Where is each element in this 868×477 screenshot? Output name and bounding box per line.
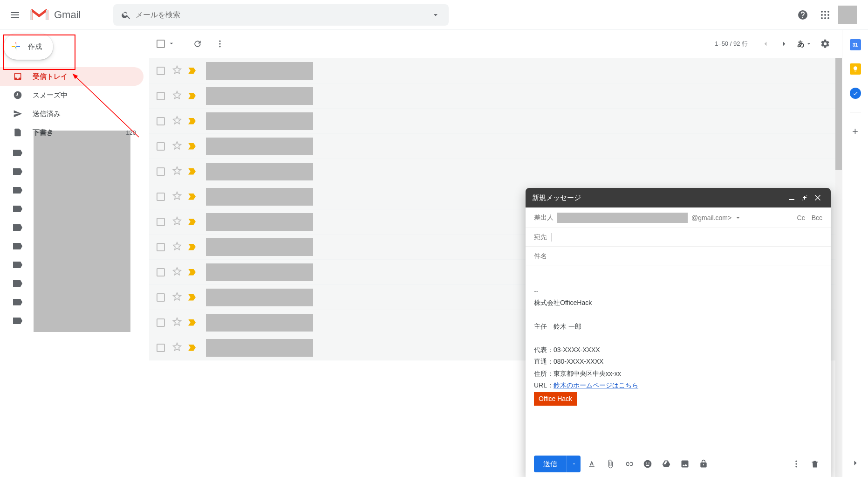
star-icon[interactable] [172, 216, 182, 227]
drive-icon[interactable] [659, 456, 674, 471]
subject-input[interactable] [534, 252, 822, 260]
svg-rect-15 [789, 199, 794, 200]
more-options-icon[interactable] [789, 456, 804, 471]
star-icon[interactable] [172, 141, 182, 152]
close-icon[interactable] [811, 194, 824, 202]
emoji-icon[interactable] [640, 456, 655, 471]
row-checkbox[interactable] [157, 167, 165, 176]
importance-icon[interactable] [188, 118, 196, 124]
discard-icon[interactable] [807, 456, 822, 471]
row-checkbox[interactable] [157, 318, 165, 327]
sidebar-item-sent[interactable]: 送信済み [0, 104, 144, 123]
row-checkbox[interactable] [157, 268, 165, 277]
importance-icon[interactable] [188, 93, 196, 99]
format-text-icon[interactable] [584, 456, 599, 471]
scrollbar-thumb[interactable] [835, 58, 842, 170]
mail-row[interactable] [149, 83, 842, 109]
row-checkbox[interactable] [157, 243, 165, 251]
mail-row[interactable] [149, 134, 842, 159]
row-checkbox[interactable] [157, 344, 165, 352]
compose-body[interactable]: -- 株式会社OfficeHack 主任 鈴木 一郎 代表：03-XXXX-XX… [526, 265, 831, 451]
star-icon[interactable] [172, 342, 182, 353]
send-button[interactable]: 送信 [534, 456, 567, 472]
collapse-panel-icon[interactable] [848, 456, 863, 470]
star-icon[interactable] [172, 65, 182, 76]
help-icon[interactable] [793, 6, 812, 24]
addons-plus-icon[interactable]: + [852, 125, 858, 138]
select-all-checkbox[interactable] [157, 40, 165, 48]
fullscreen-icon[interactable] [798, 194, 811, 202]
svg-point-16 [795, 461, 797, 462]
page-prev-button[interactable] [756, 35, 775, 53]
keep-icon[interactable] [850, 63, 861, 75]
importance-icon[interactable] [188, 294, 196, 301]
star-icon[interactable] [172, 242, 182, 252]
row-checkbox[interactable] [157, 142, 165, 151]
input-language-button[interactable]: あ [797, 39, 812, 49]
send-options-button[interactable] [567, 456, 581, 472]
search-options-icon[interactable] [426, 10, 445, 20]
mail-row[interactable] [149, 159, 842, 184]
compose-from-row[interactable]: 差出人 @gmail.com> Cc Bcc [526, 207, 831, 228]
row-checkbox[interactable] [157, 218, 165, 226]
page-next-button[interactable] [775, 35, 793, 53]
cc-button[interactable]: Cc [797, 214, 805, 221]
compose-to-row[interactable]: 宛先 [526, 228, 831, 247]
search-bar[interactable] [113, 4, 449, 26]
inbox-icon [13, 72, 22, 81]
calendar-icon[interactable]: 31 [850, 39, 861, 50]
star-icon[interactable] [172, 166, 182, 177]
settings-button[interactable] [816, 35, 834, 53]
importance-icon[interactable] [188, 168, 196, 175]
signature-url-link[interactable]: 鈴木のホームページはこちら [554, 381, 638, 389]
search-input[interactable] [136, 11, 426, 19]
apps-icon[interactable] [816, 6, 834, 24]
row-checkbox[interactable] [157, 193, 165, 201]
text-cursor [552, 233, 552, 242]
star-icon[interactable] [172, 317, 182, 328]
importance-icon[interactable] [188, 143, 196, 150]
avatar[interactable] [838, 6, 857, 24]
compose-button[interactable]: 作成 [4, 34, 53, 60]
confidential-icon[interactable] [696, 456, 711, 471]
menu-icon[interactable] [4, 4, 26, 26]
more-button[interactable] [209, 39, 231, 48]
importance-icon[interactable] [188, 219, 196, 225]
row-checkbox[interactable] [157, 67, 165, 75]
importance-icon[interactable] [188, 244, 196, 250]
svg-point-7 [827, 14, 829, 16]
importance-icon[interactable] [188, 345, 196, 351]
star-icon[interactable] [172, 267, 182, 277]
link-icon[interactable] [622, 456, 636, 471]
sidebar-item-inbox[interactable]: 受信トレイ [0, 67, 144, 86]
compose-header[interactable]: 新規メッセージ [526, 188, 831, 207]
bcc-button[interactable]: Bcc [812, 214, 822, 221]
mail-row[interactable] [149, 109, 842, 134]
star-icon[interactable] [172, 292, 182, 303]
select-all-dropdown-icon[interactable] [168, 40, 175, 48]
photo-icon[interactable] [677, 456, 692, 471]
mail-row[interactable] [149, 58, 842, 83]
to-input[interactable] [557, 234, 822, 241]
from-dropdown-icon[interactable] [734, 214, 742, 221]
attach-icon[interactable] [603, 456, 618, 471]
compose-subject-row[interactable] [526, 247, 831, 265]
gmail-logo[interactable]: Gmail [30, 8, 81, 22]
row-checkbox[interactable] [157, 117, 165, 125]
minimize-icon[interactable] [785, 194, 798, 202]
sidebar-item-snoozed[interactable]: スヌーズ中 [0, 86, 144, 104]
refresh-button[interactable] [186, 39, 209, 48]
from-label: 差出人 [534, 214, 554, 222]
importance-icon[interactable] [188, 194, 196, 200]
importance-icon[interactable] [188, 269, 196, 276]
importance-icon[interactable] [188, 319, 196, 326]
scrollbar-track[interactable] [835, 58, 842, 477]
tasks-icon[interactable] [850, 88, 861, 99]
importance-icon[interactable] [188, 68, 196, 74]
star-icon[interactable] [172, 191, 182, 202]
star-icon[interactable] [172, 116, 182, 126]
row-checkbox[interactable] [157, 293, 165, 302]
search-icon[interactable] [117, 10, 136, 20]
star-icon[interactable] [172, 90, 182, 101]
row-checkbox[interactable] [157, 92, 165, 100]
